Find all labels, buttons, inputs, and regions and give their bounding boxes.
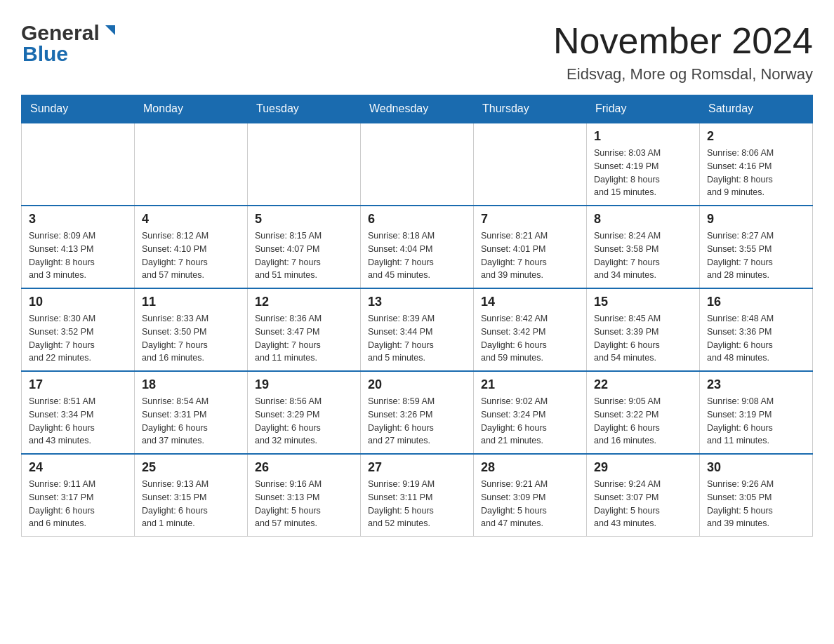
calendar-week-2: 3Sunrise: 8:09 AM Sunset: 4:13 PM Daylig… [22,206,813,288]
main-title: November 2024 [553,21,813,61]
day-number: 20 [368,377,466,392]
day-number: 26 [255,460,353,475]
day-number: 1 [594,129,692,144]
calendar-cell [22,123,135,206]
day-number: 27 [368,460,466,475]
calendar-cell: 16Sunrise: 8:48 AM Sunset: 3:36 PM Dayli… [700,288,813,371]
day-number: 6 [368,212,466,227]
calendar-cell: 19Sunrise: 8:56 AM Sunset: 3:29 PM Dayli… [248,371,361,454]
calendar-cell: 15Sunrise: 8:45 AM Sunset: 3:39 PM Dayli… [587,288,700,371]
day-info: Sunrise: 8:33 AM Sunset: 3:50 PM Dayligh… [142,312,240,365]
day-number: 7 [481,212,579,227]
day-info: Sunrise: 8:09 AM Sunset: 4:13 PM Dayligh… [29,229,127,282]
day-info: Sunrise: 8:18 AM Sunset: 4:04 PM Dayligh… [368,229,466,282]
day-info: Sunrise: 9:26 AM Sunset: 3:05 PM Dayligh… [707,478,805,530]
header-monday: Monday [135,95,248,123]
day-info: Sunrise: 9:19 AM Sunset: 3:11 PM Dayligh… [368,478,466,530]
day-info: Sunrise: 8:39 AM Sunset: 3:44 PM Dayligh… [368,312,466,365]
calendar-cell: 17Sunrise: 8:51 AM Sunset: 3:34 PM Dayli… [22,371,135,454]
day-number: 29 [594,460,692,475]
calendar-cell: 8Sunrise: 8:24 AM Sunset: 3:58 PM Daylig… [587,206,700,288]
header-tuesday: Tuesday [248,95,361,123]
calendar-week-1: 1Sunrise: 8:03 AM Sunset: 4:19 PM Daylig… [22,123,813,206]
calendar-cell: 10Sunrise: 8:30 AM Sunset: 3:52 PM Dayli… [22,288,135,371]
day-info: Sunrise: 8:24 AM Sunset: 3:58 PM Dayligh… [594,229,692,282]
day-number: 22 [594,377,692,392]
day-info: Sunrise: 8:15 AM Sunset: 4:07 PM Dayligh… [255,229,353,282]
day-info: Sunrise: 9:11 AM Sunset: 3:17 PM Dayligh… [29,478,127,530]
logo: General Blue [21,21,118,66]
calendar-cell: 2Sunrise: 8:06 AM Sunset: 4:16 PM Daylig… [700,123,813,206]
subtitle: Eidsvag, More og Romsdal, Norway [553,65,813,83]
day-info: Sunrise: 9:02 AM Sunset: 3:24 PM Dayligh… [481,395,579,448]
day-number: 10 [29,295,127,309]
day-info: Sunrise: 8:42 AM Sunset: 3:42 PM Dayligh… [481,312,579,365]
calendar-cell: 7Sunrise: 8:21 AM Sunset: 4:01 PM Daylig… [474,206,587,288]
day-info: Sunrise: 8:54 AM Sunset: 3:31 PM Dayligh… [142,395,240,448]
calendar-cell: 22Sunrise: 9:05 AM Sunset: 3:22 PM Dayli… [587,371,700,454]
logo-arrow-icon [102,22,118,41]
day-number: 30 [707,460,805,475]
day-info: Sunrise: 9:08 AM Sunset: 3:19 PM Dayligh… [707,395,805,448]
day-number: 4 [142,212,240,227]
calendar-week-4: 17Sunrise: 8:51 AM Sunset: 3:34 PM Dayli… [22,371,813,454]
day-info: Sunrise: 8:21 AM Sunset: 4:01 PM Dayligh… [481,229,579,282]
day-number: 5 [255,212,353,227]
day-info: Sunrise: 8:03 AM Sunset: 4:19 PM Dayligh… [594,147,692,199]
calendar-cell [361,123,474,206]
header-sunday: Sunday [22,95,135,123]
calendar-cell: 18Sunrise: 8:54 AM Sunset: 3:31 PM Dayli… [135,371,248,454]
day-info: Sunrise: 8:59 AM Sunset: 3:26 PM Dayligh… [368,395,466,448]
day-number: 21 [481,377,579,392]
day-number: 28 [481,460,579,475]
calendar-cell: 5Sunrise: 8:15 AM Sunset: 4:07 PM Daylig… [248,206,361,288]
day-number: 12 [255,295,353,309]
day-info: Sunrise: 8:48 AM Sunset: 3:36 PM Dayligh… [707,312,805,365]
day-info: Sunrise: 9:24 AM Sunset: 3:07 PM Dayligh… [594,478,692,530]
day-info: Sunrise: 9:16 AM Sunset: 3:13 PM Dayligh… [255,478,353,530]
calendar-cell: 1Sunrise: 8:03 AM Sunset: 4:19 PM Daylig… [587,123,700,206]
header-saturday: Saturday [700,95,813,123]
day-number: 2 [707,129,805,144]
day-info: Sunrise: 9:21 AM Sunset: 3:09 PM Dayligh… [481,478,579,530]
day-number: 8 [594,212,692,227]
calendar-cell: 27Sunrise: 9:19 AM Sunset: 3:11 PM Dayli… [361,454,474,537]
calendar-cell [474,123,587,206]
day-info: Sunrise: 8:06 AM Sunset: 4:16 PM Dayligh… [707,147,805,199]
calendar-cell: 21Sunrise: 9:02 AM Sunset: 3:24 PM Dayli… [474,371,587,454]
day-number: 24 [29,460,127,475]
day-info: Sunrise: 8:51 AM Sunset: 3:34 PM Dayligh… [29,395,127,448]
day-number: 17 [29,377,127,392]
day-info: Sunrise: 8:27 AM Sunset: 3:55 PM Dayligh… [707,229,805,282]
day-info: Sunrise: 8:36 AM Sunset: 3:47 PM Dayligh… [255,312,353,365]
logo-blue-text: Blue [21,42,68,66]
calendar-cell [135,123,248,206]
day-info: Sunrise: 9:05 AM Sunset: 3:22 PM Dayligh… [594,395,692,448]
calendar-week-3: 10Sunrise: 8:30 AM Sunset: 3:52 PM Dayli… [22,288,813,371]
calendar-cell: 23Sunrise: 9:08 AM Sunset: 3:19 PM Dayli… [700,371,813,454]
calendar-cell: 24Sunrise: 9:11 AM Sunset: 3:17 PM Dayli… [22,454,135,537]
calendar-cell: 29Sunrise: 9:24 AM Sunset: 3:07 PM Dayli… [587,454,700,537]
calendar-header-row: Sunday Monday Tuesday Wednesday Thursday… [22,95,813,123]
day-number: 3 [29,212,127,227]
day-number: 9 [707,212,805,227]
svg-marker-0 [105,25,115,35]
calendar-cell: 25Sunrise: 9:13 AM Sunset: 3:15 PM Dayli… [135,454,248,537]
day-info: Sunrise: 8:30 AM Sunset: 3:52 PM Dayligh… [29,312,127,365]
logo-general-text: General [21,21,100,45]
day-number: 18 [142,377,240,392]
calendar-cell: 12Sunrise: 8:36 AM Sunset: 3:47 PM Dayli… [248,288,361,371]
day-number: 19 [255,377,353,392]
header-wednesday: Wednesday [361,95,474,123]
calendar-cell: 6Sunrise: 8:18 AM Sunset: 4:04 PM Daylig… [361,206,474,288]
day-info: Sunrise: 9:13 AM Sunset: 3:15 PM Dayligh… [142,478,240,530]
calendar-cell: 30Sunrise: 9:26 AM Sunset: 3:05 PM Dayli… [700,454,813,537]
day-number: 23 [707,377,805,392]
day-number: 16 [707,295,805,309]
title-section: November 2024 Eidsvag, More og Romsdal, … [553,21,813,83]
calendar-cell: 4Sunrise: 8:12 AM Sunset: 4:10 PM Daylig… [135,206,248,288]
day-number: 15 [594,295,692,309]
calendar-cell: 14Sunrise: 8:42 AM Sunset: 3:42 PM Dayli… [474,288,587,371]
calendar-table: Sunday Monday Tuesday Wednesday Thursday… [21,95,813,537]
calendar-cell: 11Sunrise: 8:33 AM Sunset: 3:50 PM Dayli… [135,288,248,371]
